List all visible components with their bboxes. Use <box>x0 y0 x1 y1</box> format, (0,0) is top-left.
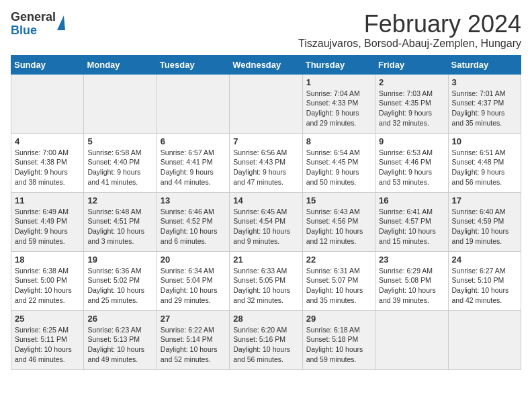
calendar-cell <box>448 310 521 369</box>
calendar-header-row: SundayMondayTuesdayWednesdayThursdayFrid… <box>11 55 521 74</box>
day-number: 4 <box>15 136 80 146</box>
logo-triangle-icon <box>57 15 65 30</box>
day-number: 3 <box>452 77 517 87</box>
day-info: Sunrise: 6:38 AM Sunset: 5:00 PM Dayligh… <box>15 266 80 306</box>
calendar-cell: 6Sunrise: 6:57 AM Sunset: 4:41 PM Daylig… <box>157 133 229 192</box>
calendar-cell: 5Sunrise: 6:58 AM Sunset: 4:40 PM Daylig… <box>84 133 157 192</box>
day-info: Sunrise: 6:33 AM Sunset: 5:05 PM Dayligh… <box>233 266 298 306</box>
day-number: 7 <box>233 136 298 146</box>
day-number: 19 <box>87 255 152 265</box>
calendar-week-row: 4Sunrise: 7:00 AM Sunset: 4:38 PM Daylig… <box>11 133 521 192</box>
calendar-cell: 12Sunrise: 6:48 AM Sunset: 4:51 PM Dayli… <box>84 192 157 251</box>
calendar-table: SundayMondayTuesdayWednesdayThursdayFrid… <box>11 55 521 370</box>
calendar-cell: 14Sunrise: 6:45 AM Sunset: 4:54 PM Dayli… <box>230 192 302 251</box>
location-title: Tiszaujvaros, Borsod-Abauj-Zemplen, Hung… <box>298 38 521 50</box>
day-info: Sunrise: 7:00 AM Sunset: 4:38 PM Dayligh… <box>15 148 80 187</box>
day-info: Sunrise: 6:25 AM Sunset: 5:11 PM Dayligh… <box>15 325 80 365</box>
calendar-cell: 16Sunrise: 6:41 AM Sunset: 4:57 PM Dayli… <box>375 192 448 251</box>
weekday-header-monday: Monday <box>84 55 157 74</box>
day-info: Sunrise: 6:40 AM Sunset: 4:59 PM Dayligh… <box>452 207 517 246</box>
logo: General Blue <box>11 11 65 38</box>
day-number: 14 <box>233 195 298 205</box>
calendar-cell: 7Sunrise: 6:56 AM Sunset: 4:43 PM Daylig… <box>230 133 302 192</box>
calendar-cell: 26Sunrise: 6:23 AM Sunset: 5:13 PM Dayli… <box>84 310 157 369</box>
day-info: Sunrise: 6:54 AM Sunset: 4:45 PM Dayligh… <box>306 148 371 187</box>
day-info: Sunrise: 6:29 AM Sunset: 5:08 PM Dayligh… <box>379 266 444 306</box>
day-number: 8 <box>306 136 371 146</box>
day-info: Sunrise: 6:46 AM Sunset: 4:52 PM Dayligh… <box>161 207 226 246</box>
calendar-cell: 19Sunrise: 6:36 AM Sunset: 5:02 PM Dayli… <box>84 251 157 310</box>
calendar-cell: 21Sunrise: 6:33 AM Sunset: 5:05 PM Dayli… <box>230 251 302 310</box>
day-info: Sunrise: 7:01 AM Sunset: 4:37 PM Dayligh… <box>452 89 517 128</box>
calendar-cell: 29Sunrise: 6:18 AM Sunset: 5:18 PM Dayli… <box>302 310 375 369</box>
day-number: 9 <box>379 136 444 146</box>
day-number: 21 <box>233 255 298 265</box>
day-number: 2 <box>379 77 444 87</box>
calendar-cell: 28Sunrise: 6:20 AM Sunset: 5:16 PM Dayli… <box>230 310 302 369</box>
day-info: Sunrise: 6:58 AM Sunset: 4:40 PM Dayligh… <box>87 148 152 187</box>
calendar-cell: 23Sunrise: 6:29 AM Sunset: 5:08 PM Dayli… <box>375 251 448 310</box>
day-number: 26 <box>87 314 152 324</box>
calendar-cell: 9Sunrise: 6:53 AM Sunset: 4:46 PM Daylig… <box>375 133 448 192</box>
day-info: Sunrise: 6:18 AM Sunset: 5:18 PM Dayligh… <box>306 325 371 365</box>
calendar-cell <box>230 74 302 133</box>
calendar-cell: 4Sunrise: 7:00 AM Sunset: 4:38 PM Daylig… <box>11 133 84 192</box>
day-info: Sunrise: 7:04 AM Sunset: 4:33 PM Dayligh… <box>306 89 371 128</box>
day-number: 5 <box>87 136 152 146</box>
calendar-cell <box>84 74 157 133</box>
calendar-cell: 8Sunrise: 6:54 AM Sunset: 4:45 PM Daylig… <box>302 133 375 192</box>
weekday-header-thursday: Thursday <box>302 55 375 74</box>
day-number: 6 <box>161 136 226 146</box>
day-info: Sunrise: 6:23 AM Sunset: 5:13 PM Dayligh… <box>87 325 152 365</box>
day-info: Sunrise: 6:51 AM Sunset: 4:48 PM Dayligh… <box>452 148 517 187</box>
day-info: Sunrise: 7:03 AM Sunset: 4:35 PM Dayligh… <box>379 89 444 128</box>
day-number: 13 <box>161 195 226 205</box>
calendar-week-row: 18Sunrise: 6:38 AM Sunset: 5:00 PM Dayli… <box>11 251 521 310</box>
day-number: 28 <box>233 314 298 324</box>
day-number: 12 <box>87 195 152 205</box>
day-number: 27 <box>161 314 226 324</box>
calendar-cell: 25Sunrise: 6:25 AM Sunset: 5:11 PM Dayli… <box>11 310 84 369</box>
calendar-cell: 2Sunrise: 7:03 AM Sunset: 4:35 PM Daylig… <box>375 74 448 133</box>
logo-general-text: General <box>11 11 56 24</box>
logo-blue-text: Blue <box>11 24 56 38</box>
calendar-week-row: 1Sunrise: 7:04 AM Sunset: 4:33 PM Daylig… <box>11 74 521 133</box>
calendar-cell <box>157 74 229 133</box>
calendar-cell: 20Sunrise: 6:34 AM Sunset: 5:04 PM Dayli… <box>157 251 229 310</box>
day-info: Sunrise: 6:57 AM Sunset: 4:41 PM Dayligh… <box>161 148 226 187</box>
calendar-week-row: 11Sunrise: 6:49 AM Sunset: 4:49 PM Dayli… <box>11 192 521 251</box>
day-info: Sunrise: 6:31 AM Sunset: 5:07 PM Dayligh… <box>306 266 371 306</box>
day-info: Sunrise: 6:45 AM Sunset: 4:54 PM Dayligh… <box>233 207 298 246</box>
calendar-week-row: 25Sunrise: 6:25 AM Sunset: 5:11 PM Dayli… <box>11 310 521 369</box>
calendar-cell: 10Sunrise: 6:51 AM Sunset: 4:48 PM Dayli… <box>448 133 521 192</box>
day-number: 15 <box>306 195 371 205</box>
day-number: 29 <box>306 314 371 324</box>
calendar-cell: 3Sunrise: 7:01 AM Sunset: 4:37 PM Daylig… <box>448 74 521 133</box>
calendar-cell: 11Sunrise: 6:49 AM Sunset: 4:49 PM Dayli… <box>11 192 84 251</box>
day-info: Sunrise: 6:49 AM Sunset: 4:49 PM Dayligh… <box>15 207 80 246</box>
day-info: Sunrise: 6:41 AM Sunset: 4:57 PM Dayligh… <box>379 207 444 246</box>
day-number: 22 <box>306 255 371 265</box>
day-info: Sunrise: 6:34 AM Sunset: 5:04 PM Dayligh… <box>161 266 226 306</box>
day-number: 23 <box>379 255 444 265</box>
calendar-cell: 17Sunrise: 6:40 AM Sunset: 4:59 PM Dayli… <box>448 192 521 251</box>
calendar-cell: 22Sunrise: 6:31 AM Sunset: 5:07 PM Dayli… <box>302 251 375 310</box>
calendar-cell: 18Sunrise: 6:38 AM Sunset: 5:00 PM Dayli… <box>11 251 84 310</box>
weekday-header-wednesday: Wednesday <box>230 55 302 74</box>
title-section: February 2024 Tiszaujvaros, Borsod-Abauj… <box>298 11 521 50</box>
calendar-cell <box>11 74 84 133</box>
day-info: Sunrise: 6:48 AM Sunset: 4:51 PM Dayligh… <box>87 207 152 246</box>
day-info: Sunrise: 6:20 AM Sunset: 5:16 PM Dayligh… <box>233 325 298 365</box>
calendar-cell: 27Sunrise: 6:22 AM Sunset: 5:14 PM Dayli… <box>157 310 229 369</box>
day-number: 11 <box>15 195 80 205</box>
weekday-header-sunday: Sunday <box>11 55 84 74</box>
weekday-header-friday: Friday <box>375 55 448 74</box>
calendar-cell <box>375 310 448 369</box>
day-info: Sunrise: 6:43 AM Sunset: 4:56 PM Dayligh… <box>306 207 371 246</box>
page-header: General Blue February 2024 Tiszaujvaros,… <box>11 11 521 50</box>
calendar-cell: 13Sunrise: 6:46 AM Sunset: 4:52 PM Dayli… <box>157 192 229 251</box>
day-info: Sunrise: 6:36 AM Sunset: 5:02 PM Dayligh… <box>87 266 152 306</box>
day-number: 17 <box>452 195 517 205</box>
day-number: 1 <box>306 77 371 87</box>
day-number: 20 <box>161 255 226 265</box>
